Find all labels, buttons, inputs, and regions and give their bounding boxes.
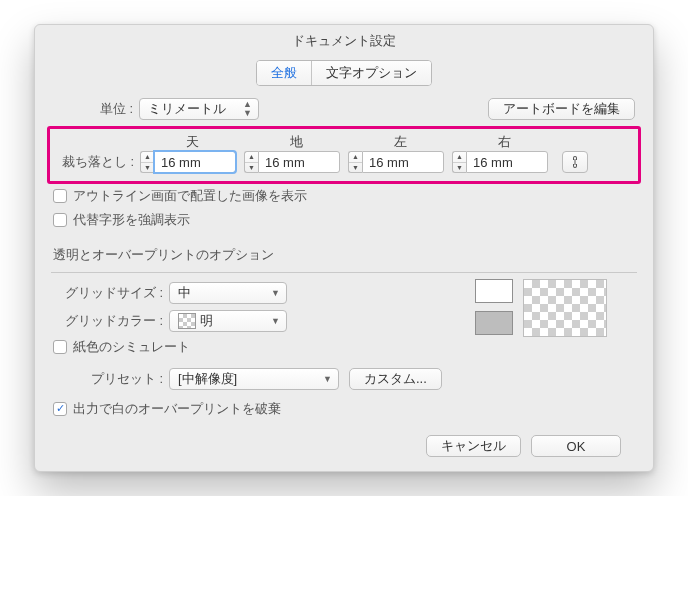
discard-white-overprint-label: 出力で白のオーバープリントを破棄 — [73, 400, 281, 418]
grid-color-white-swatch[interactable] — [475, 279, 513, 303]
bleed-top-field[interactable]: ▲▼ — [140, 151, 240, 173]
bleed-left-field[interactable]: ▲▼ — [348, 151, 448, 173]
units-select[interactable]: ミリメートル ▲▼ — [139, 98, 259, 120]
edit-artboards-button[interactable]: アートボードを編集 — [488, 98, 635, 120]
tab-general[interactable]: 全般 — [257, 61, 311, 85]
link-bleed-button[interactable] — [562, 151, 588, 173]
alt-glyph-checkbox[interactable] — [53, 213, 67, 227]
stepper-up-icon[interactable]: ▲ — [349, 152, 362, 162]
bleed-header-bottom: 地 — [244, 133, 348, 151]
bleed-label: 裁ち落とし : — [56, 153, 134, 171]
grid-color-gray-swatch[interactable] — [475, 311, 513, 335]
outline-images-checkbox[interactable] — [53, 189, 67, 203]
stepper-down-icon[interactable]: ▼ — [453, 162, 466, 173]
checker-icon — [178, 313, 196, 329]
tabs: 全般 文字オプション — [47, 60, 641, 86]
bleed-top-input[interactable] — [154, 151, 236, 173]
alt-glyph-label: 代替字形を強調表示 — [73, 211, 190, 229]
dialog-title: ドキュメント設定 — [35, 25, 653, 60]
bleed-header-top: 天 — [140, 133, 244, 151]
transparency-preview — [523, 279, 607, 337]
bleed-header-right: 右 — [452, 133, 556, 151]
grid-color-label: グリッドカラー : — [53, 312, 163, 330]
grid-size-select[interactable]: 中 ▼ — [169, 282, 287, 304]
units-label: 単位 : — [53, 100, 133, 118]
bleed-right-field[interactable]: ▲▼ — [452, 151, 552, 173]
stepper-up-icon[interactable]: ▲ — [141, 152, 154, 162]
document-setup-dialog: ドキュメント設定 全般 文字オプション 単位 : ミリメートル ▲▼ アートボー… — [34, 24, 654, 472]
grid-size-label: グリッドサイズ : — [53, 284, 163, 302]
bleed-header-left: 左 — [348, 133, 452, 151]
tab-type[interactable]: 文字オプション — [311, 61, 431, 85]
units-value: ミリメートル — [148, 100, 226, 118]
stepper-up-icon[interactable]: ▲ — [245, 152, 258, 162]
discard-white-overprint-checkbox[interactable] — [53, 402, 67, 416]
bleed-right-input[interactable] — [466, 151, 548, 173]
cancel-button[interactable]: キャンセル — [426, 435, 521, 457]
stepper-up-icon[interactable]: ▲ — [453, 152, 466, 162]
preset-select[interactable]: [中解像度] ▼ — [169, 368, 339, 390]
outline-images-label: アウトライン画面で配置した画像を表示 — [73, 187, 307, 205]
bleed-bottom-field[interactable]: ▲▼ — [244, 151, 344, 173]
transparency-section-title: 透明とオーバープリントのオプション — [47, 232, 641, 270]
preset-value: [中解像度] — [178, 370, 237, 388]
bleed-bottom-input[interactable] — [258, 151, 340, 173]
preset-label: プリセット : — [53, 370, 163, 388]
bleed-highlight: 天 地 左 右 裁ち落とし : ▲▼ ▲▼ ▲▼ — [47, 126, 641, 184]
stepper-down-icon[interactable]: ▼ — [141, 162, 154, 173]
simulate-paper-label: 紙色のシミュレート — [73, 338, 190, 356]
link-icon — [570, 155, 580, 169]
custom-button[interactable]: カスタム... — [349, 368, 442, 390]
grid-size-value: 中 — [178, 284, 191, 302]
ok-button[interactable]: OK — [531, 435, 621, 457]
chevron-down-icon: ▼ — [271, 289, 280, 298]
grid-color-value: 明 — [200, 312, 213, 330]
grid-color-select[interactable]: 明 ▼ — [169, 310, 287, 332]
chevron-down-icon: ▼ — [323, 375, 332, 384]
divider — [51, 272, 637, 273]
chevron-down-icon: ▼ — [271, 317, 280, 326]
bleed-left-input[interactable] — [362, 151, 444, 173]
stepper-down-icon[interactable]: ▼ — [349, 162, 362, 173]
simulate-paper-checkbox[interactable] — [53, 340, 67, 354]
chevron-down-icon: ▲▼ — [243, 100, 252, 118]
stepper-down-icon[interactable]: ▼ — [245, 162, 258, 173]
